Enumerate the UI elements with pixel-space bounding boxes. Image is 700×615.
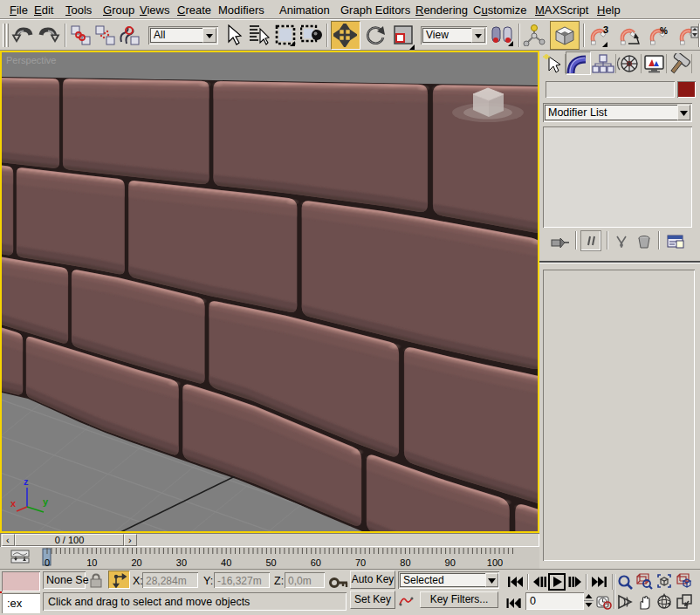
svg-text:30: 30 <box>176 557 187 568</box>
svg-text:y: y <box>43 496 49 507</box>
svg-text:20: 20 <box>131 557 141 568</box>
svg-text:100: 100 <box>487 557 503 568</box>
svg-text:80: 80 <box>400 557 410 568</box>
svg-text:40: 40 <box>221 557 231 568</box>
svg-text:x: x <box>10 498 17 509</box>
svg-text:%: % <box>660 26 668 36</box>
svg-text:50: 50 <box>265 557 276 568</box>
svg-text:70: 70 <box>355 557 366 568</box>
svg-text:90: 90 <box>445 557 456 568</box>
svg-text:10: 10 <box>86 557 97 568</box>
svg-text:60: 60 <box>311 557 321 568</box>
svg-text:3: 3 <box>603 25 608 35</box>
svg-text:0: 0 <box>45 557 50 568</box>
svg-text:z: z <box>24 476 29 487</box>
